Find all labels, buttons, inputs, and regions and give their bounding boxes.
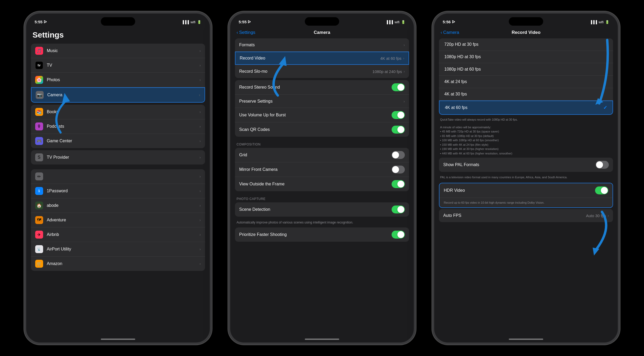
status-time-3: 5:56 ᐅ — [443, 20, 455, 24]
settings-row-adventure[interactable]: 🗺 Adventure › — [31, 213, 205, 227]
hdr-toggle[interactable] — [595, 186, 608, 194]
settings-title: Settings — [26, 28, 210, 44]
fastershooting-toggle[interactable] — [392, 231, 405, 239]
option-1080p60-label: 1080p HD at 60 fps — [444, 67, 608, 72]
recordvideo-value: 4K at 60 fps — [380, 56, 401, 61]
home-indicator-1 — [101, 339, 135, 340]
camera-grid-row[interactable]: Grid — [235, 148, 409, 162]
camera-fastershooting-row[interactable]: Prioritize Faster Shooting — [235, 227, 409, 242]
adventure-label: Adventure — [47, 218, 199, 222]
scanqr-toggle[interactable] — [392, 126, 405, 134]
camera-stereo-row[interactable]: Record Stereo Sound — [235, 80, 409, 95]
back-to-camera[interactable]: ‹ Camera — [441, 30, 459, 35]
pal-row[interactable]: Show PAL Formats — [439, 158, 613, 172]
camera-mirror-row[interactable]: Mirror Front Camera — [235, 162, 409, 177]
amazon-label: Amazon — [47, 261, 199, 266]
back-to-settings[interactable]: ‹ Settings — [237, 30, 255, 35]
grid-toggle[interactable] — [392, 151, 405, 159]
option-1080p60[interactable]: 1080p HD at 60 fps — [439, 63, 613, 76]
settings-row-abode[interactable]: 🏠 abode › — [31, 198, 205, 213]
camera-scenedetection-row[interactable]: Scene Detection — [235, 202, 409, 217]
podcasts-label: Podcasts — [47, 124, 199, 129]
pal-toggle[interactable] — [596, 161, 609, 169]
pal-group: Show PAL Formats — [439, 158, 613, 172]
dynamic-island-2 — [305, 17, 339, 26]
recordslomo-label: Record Slo-mo — [239, 69, 373, 74]
recordvideo-nav-title: Record Video — [512, 30, 541, 35]
camera-volumeburst-row[interactable]: Use Volume Up for Burst — [235, 108, 409, 122]
home-indicator-2 — [305, 339, 339, 340]
camera-formats-row[interactable]: Formats › — [235, 38, 409, 52]
gamecenter-chevron: › — [199, 139, 201, 143]
scenedetection-label: Scene Detection — [239, 207, 392, 212]
autofps-group: Auto FPS Auto 30 fps › — [439, 209, 613, 222]
tv-icon: tv — [35, 61, 43, 69]
settings-row-music[interactable]: 🎵 Music › — [31, 44, 205, 58]
camera-preserve-row[interactable]: Preserve Settings › — [235, 95, 409, 108]
status-icons-3: ▐▐▐ wifi 🔋 — [590, 20, 609, 24]
books-icon: 📚 — [35, 108, 43, 116]
status-time-1: 5:55 ᐅ — [35, 20, 47, 24]
second-settings-group: 📚 Books › 🎙 Podcasts › 🎮 Game Center › — [31, 105, 205, 148]
checkmark-4k60: ✓ — [603, 105, 607, 111]
option-4k30[interactable]: 4K at 30 fps — [439, 88, 613, 101]
settings-row-airbnb[interactable]: ✈ Airbnb › — [31, 227, 205, 242]
settings-row-tv[interactable]: tv TV › — [31, 58, 205, 73]
hdr-row[interactable]: HDR Video — [439, 183, 613, 198]
stereo-toggle[interactable] — [392, 83, 405, 91]
autofps-value: Auto 30 fps — [586, 213, 606, 218]
camera-scanqr-row[interactable]: Scan QR Codes — [235, 122, 409, 137]
stereo-label: Record Stereo Sound — [239, 85, 392, 90]
autofps-label: Auto FPS — [443, 213, 586, 218]
volumeburst-toggle[interactable] — [392, 111, 405, 119]
camera-viewoutside-row[interactable]: View Outside the Frame — [235, 177, 409, 191]
provider-group: S TV Provider › — [31, 150, 205, 165]
settings-row-1password[interactable]: 1 1Password › — [31, 184, 205, 198]
wifi-icon-3: wifi — [599, 20, 604, 24]
settings-row-gamecenter[interactable]: 🎮 Game Center › — [31, 134, 205, 148]
option-1080p30[interactable]: 1080p HD at 30 fps — [439, 51, 613, 63]
camera-icon: 📷 — [36, 91, 44, 99]
photos-label: Photos — [47, 77, 199, 82]
scenedetection-toggle[interactable] — [392, 206, 405, 213]
option-4k24-label: 4K at 24 fps — [444, 79, 608, 84]
back-arrow-3: ‹ — [441, 30, 442, 35]
camera-top-group: Formats › Record Video 4K at 60 fps › Re… — [235, 38, 409, 78]
mirror-toggle[interactable] — [392, 166, 405, 174]
option-720p30[interactable]: 720p HD at 30 fps — [439, 38, 613, 51]
settings-row-podcasts[interactable]: 🎙 Podcasts › — [31, 119, 205, 134]
hdr-note-container: Record up to 60 fps video in 10-bit high… — [439, 198, 613, 208]
camera-recordslomo-row[interactable]: Record Slo-mo 1080p at 240 fps › — [235, 65, 409, 78]
option-4k60[interactable]: 4K at 60 fps ✓ — [439, 101, 613, 115]
settings-row-amazon[interactable]: 🛒 Amazon › — [31, 257, 205, 271]
home-indicator-3 — [509, 339, 543, 340]
autofps-row[interactable]: Auto FPS Auto 30 fps › — [439, 209, 613, 222]
photocapture-section-label: PHOTO CAPTURE — [230, 193, 414, 202]
battery-icon-3: 🔋 — [605, 20, 609, 24]
main-settings-group: 🎵 Music › tv TV › 🌸 Photos › 📷 Camera › — [31, 44, 205, 103]
scanqr-label: Scan QR Codes — [239, 127, 392, 132]
settings-row-unknown-app[interactable]: ✏ › — [31, 169, 205, 184]
settings-row-camera[interactable]: 📷 Camera › — [31, 87, 205, 103]
settings-row-airport[interactable]: 📡 AirPort Utility › — [31, 242, 205, 257]
signal-icon-2: ▐▐▐ — [386, 20, 393, 24]
music-icon: 🎵 — [35, 47, 43, 55]
settings-row-photos[interactable]: 🌸 Photos › — [31, 73, 205, 87]
battery-icon-2: 🔋 — [401, 20, 405, 24]
photos-icon: 🌸 — [35, 76, 43, 84]
viewoutside-toggle[interactable] — [392, 180, 405, 188]
hdr-group: HDR Video Record up to 60 fps video in 1… — [439, 183, 613, 208]
gamecenter-label: Game Center — [47, 139, 199, 143]
option-4k24[interactable]: 4K at 24 fps — [439, 76, 613, 88]
signal-icon-3: ▐▐▐ — [590, 20, 597, 24]
camera-nav: ‹ Settings Camera — [230, 28, 414, 38]
settings-row-books[interactable]: 📚 Books › — [31, 105, 205, 119]
settings-row-tvprovider[interactable]: S TV Provider › — [31, 150, 205, 165]
option-1080p30-label: 1080p HD at 30 fps — [444, 54, 608, 59]
recordvideo-nav: ‹ Camera Record Video — [434, 28, 618, 38]
grid-label: Grid — [239, 153, 392, 157]
signal-icon: ▐▐▐ — [182, 20, 189, 24]
airbnb-label: Airbnb — [47, 232, 199, 237]
hdr-label: HDR Video — [444, 188, 595, 193]
camera-recordvideo-row[interactable]: Record Video 4K at 60 fps › — [235, 52, 409, 65]
